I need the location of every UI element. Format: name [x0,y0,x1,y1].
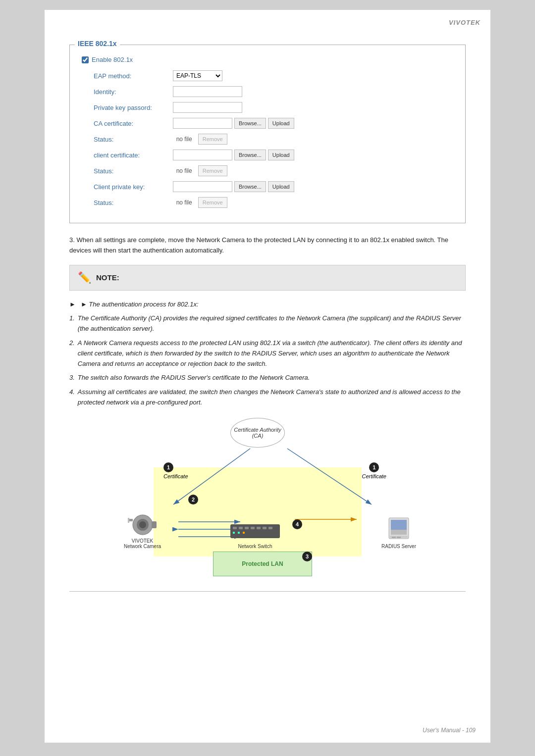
private-key-row: Private key passord: [94,102,453,113]
svg-rect-30 [392,537,396,538]
ca-cert-input[interactable] [173,118,232,129]
identity-input[interactable] [173,86,242,97]
switch-label: Network Switch [228,544,282,549]
svg-rect-18 [245,527,249,529]
footer: User's Manual - 109 [423,727,476,734]
client-key-upload-button[interactable]: Upload [268,181,294,192]
ca-cert-row: CA certificate: Browse... Upload [94,118,453,129]
client-remove-button[interactable]: Remove [198,165,227,176]
client-cert-input[interactable] [173,150,232,160]
identity-row: Identity: [94,86,453,97]
auth-heading: ► ► The authentication process for 802.1… [69,300,466,310]
client-cert-label: client certificate: [94,151,173,159]
auth-num-1: 1. [69,313,75,334]
identity-label: Identity: [94,88,173,96]
auth-text-3: The switch also forwards the RADIUS Serv… [78,373,310,383]
ca-sub: (CA) [252,433,264,439]
private-key-remove-button[interactable]: Remove [198,197,227,208]
ieee-title: IEEE 802.1x [75,40,120,48]
note-label: NOTE: [96,273,119,282]
page-divider [69,591,466,592]
client-cert-row: client certificate: Browse... Upload [94,150,453,160]
protected-rect: Protected LAN [213,552,312,576]
auth-text-2: A Network Camera requests access to the … [78,338,466,369]
num1-left-circle: 1 [163,462,173,472]
camera-icon [128,514,158,536]
page: VIVOTEK IEEE 802.1x Enable 802.1x EAP me… [45,10,490,743]
diagram: Certificate Authority (CA) 1 Certificate… [109,418,426,576]
eap-method-row: EAP method: EAP-TLS EAP-PEAP EAP-TTLS [94,70,453,81]
svg-rect-20 [257,527,261,529]
switch-device: Network Switch [228,519,282,549]
radius-label: RADIUS Server [381,544,416,549]
svg-rect-31 [397,537,401,538]
svg-rect-15 [230,524,280,538]
vivotek-label2: Network Camera [124,544,161,549]
client-status-value: no file [173,167,192,174]
ca-cert-browse-button[interactable]: Browse... [234,118,266,129]
ca-cert-upload-button[interactable]: Upload [268,118,294,129]
cert-left-label: Certificate [163,473,188,479]
ca-cert-label: CA certificate: [94,120,173,127]
enable-row: Enable 802.1x [82,56,453,63]
ca-circle: Certificate Authority (CA) [230,418,285,448]
ca-status-value: no file [173,136,192,143]
auth-num-3: 3. [69,373,75,383]
client-cert-browse-button[interactable]: Browse... [234,150,266,160]
ca-status-row: Status: no file Remove [94,134,453,145]
protected-label: Protected LAN [242,560,283,567]
cert-right-label: Certificate [362,473,386,479]
auth-text-4: Assuming all certificates are validated,… [78,387,466,408]
svg-rect-14 [128,518,129,523]
client-cert-upload-button[interactable]: Upload [268,150,294,160]
note-box: ✏️ NOTE: [69,265,466,291]
protected-lan: Protected LAN [213,552,312,576]
diagram-container: Certificate Authority (CA) 1 Certificate… [69,418,466,576]
private-key-input[interactable] [173,102,242,113]
footer-text: User's Manual - 109 [423,727,476,734]
auth-heading-text: ► The authentication process for 802.1x: [81,300,199,310]
auth-arrow: ► [69,300,76,310]
radius-device: RADIUS Server [381,517,416,549]
auth-item-4: 4. Assuming all certificates are validat… [69,387,466,408]
vivotek-label1: VIVOTEK [124,538,161,544]
ieee-box: IEEE 802.1x Enable 802.1x EAP method: EA… [69,45,466,223]
auth-num-2: 2. [69,338,75,369]
auth-num-4: 4. [69,387,75,408]
auth-item-2: 2. A Network Camera requests access to t… [69,338,466,369]
auth-list: ► ► The authentication process for 802.1… [69,300,466,408]
num3-group: 3 [302,552,312,561]
auth-item-1: 1. The Certificate Authority (CA) provid… [69,313,466,334]
ca-label: Certificate Authority [234,427,281,433]
enable-802-checkbox[interactable] [82,56,89,63]
private-key-status-label: Status: [94,199,173,206]
num4-group: 4 [292,519,302,529]
eap-method-select[interactable]: EAP-TLS EAP-PEAP EAP-TTLS [173,70,222,81]
num3-circle: 3 [302,552,312,561]
client-private-key-row: Client private key: Browse... Upload [94,181,453,192]
ca-remove-button[interactable]: Remove [198,134,227,145]
svg-point-11 [139,521,146,528]
cert-left-group: 1 Certificate [163,462,188,479]
client-private-key-input[interactable] [173,181,232,192]
brand-header: VIVOTEK [449,19,481,26]
svg-rect-22 [268,527,272,529]
svg-rect-12 [152,521,157,528]
private-key-status-row: Status: no file Remove [94,197,453,208]
auth-item-3: 3. The switch also forwards the RADIUS S… [69,373,466,383]
svg-rect-28 [391,520,407,530]
ca-status-label: Status: [94,136,173,143]
client-private-key-label: Client private key: [94,183,173,191]
client-key-browse-button[interactable]: Browse... [234,181,266,192]
svg-rect-13 [129,519,133,521]
svg-rect-23 [233,532,235,534]
num2-circle: 2 [188,495,198,504]
svg-rect-21 [263,527,267,529]
private-key-status-value: no file [173,199,192,206]
num1-right-circle: 1 [369,462,379,472]
switch-icon [228,519,282,542]
cert-right-group: 1 Certificate [362,462,386,479]
svg-rect-16 [233,527,237,529]
vivotek-device: VIVOTEK Network Camera [124,514,161,549]
ca-box: Certificate Authority (CA) [218,418,297,448]
